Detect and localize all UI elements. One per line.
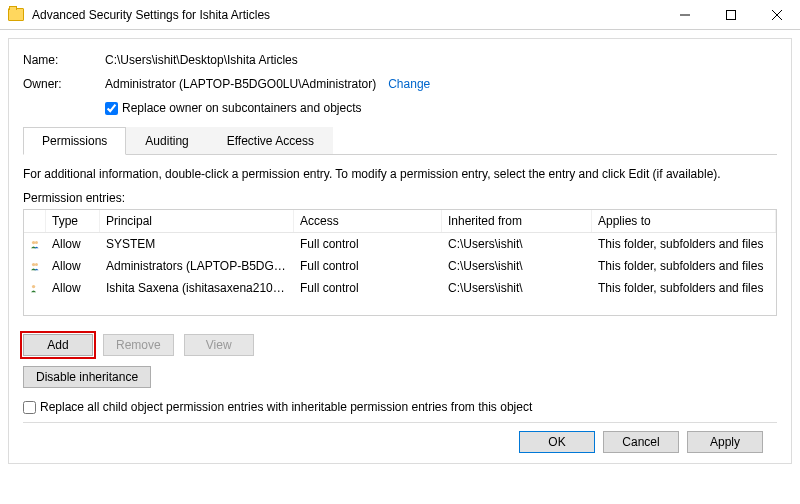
main-panel: Name: C:\Users\ishit\Desktop\Ishita Arti… <box>8 38 792 464</box>
cell-applies: This folder, subfolders and files <box>592 257 776 275</box>
svg-point-6 <box>32 263 35 266</box>
owner-value: Administrator (LAPTOP-B5DGO0LU\Administr… <box>105 77 376 91</box>
folder-icon <box>8 8 24 21</box>
th-access[interactable]: Access <box>294 210 442 232</box>
user-group-icon <box>30 282 40 294</box>
ok-button[interactable]: OK <box>519 431 595 453</box>
svg-point-8 <box>32 285 35 288</box>
maximize-button[interactable] <box>708 0 754 30</box>
th-applies[interactable]: Applies to <box>592 210 776 232</box>
cell-principal: Administrators (LAPTOP-B5DGO... <box>100 257 294 275</box>
entries-label: Permission entries: <box>23 191 777 205</box>
table-row[interactable]: AllowAdministrators (LAPTOP-B5DGO...Full… <box>24 255 776 277</box>
svg-point-4 <box>32 241 35 244</box>
info-text: For additional information, double-click… <box>23 167 777 181</box>
apply-button[interactable]: Apply <box>687 431 763 453</box>
cell-type: Allow <box>46 257 100 275</box>
table-body: AllowSYSTEMFull controlC:\Users\ishit\Th… <box>24 233 776 315</box>
th-icon[interactable] <box>24 210 46 232</box>
cell-principal: Ishita Saxena (ishitasaxena2109... <box>100 279 294 297</box>
cell-inherited: C:\Users\ishit\ <box>442 257 592 275</box>
table-row[interactable]: AllowSYSTEMFull controlC:\Users\ishit\Th… <box>24 233 776 255</box>
cell-type: Allow <box>46 279 100 297</box>
name-value: C:\Users\ishit\Desktop\Ishita Articles <box>105 53 298 67</box>
user-group-icon <box>30 238 40 250</box>
owner-row: Owner: Administrator (LAPTOP-B5DGO0LU\Ad… <box>23 77 777 91</box>
close-button[interactable] <box>754 0 800 30</box>
cell-inherited: C:\Users\ishit\ <box>442 279 592 297</box>
footer: OK Cancel Apply <box>23 422 777 453</box>
titlebar: Advanced Security Settings for Ishita Ar… <box>0 0 800 30</box>
th-inherited[interactable]: Inherited from <box>442 210 592 232</box>
permissions-table: Type Principal Access Inherited from App… <box>23 209 777 316</box>
cell-applies: This folder, subfolders and files <box>592 235 776 253</box>
cell-applies: This folder, subfolders and files <box>592 279 776 297</box>
tab-bar: Permissions Auditing Effective Access <box>23 127 777 155</box>
table-header: Type Principal Access Inherited from App… <box>24 210 776 233</box>
view-button: View <box>184 334 254 356</box>
replace-all-label: Replace all child object permission entr… <box>40 400 532 414</box>
disable-row: Disable inheritance <box>23 366 777 388</box>
change-owner-link[interactable]: Change <box>388 77 430 91</box>
cell-type: Allow <box>46 235 100 253</box>
cancel-button[interactable]: Cancel <box>603 431 679 453</box>
disable-inheritance-button[interactable]: Disable inheritance <box>23 366 151 388</box>
cell-access: Full control <box>294 235 442 253</box>
minimize-button[interactable] <box>662 0 708 30</box>
replace-owner-row: Replace owner on subcontainers and objec… <box>105 101 777 115</box>
svg-point-7 <box>35 263 38 266</box>
replace-owner-checkbox[interactable] <box>105 102 118 115</box>
table-row[interactable]: AllowIshita Saxena (ishitasaxena2109...F… <box>24 277 776 299</box>
svg-point-5 <box>35 241 38 244</box>
tab-auditing[interactable]: Auditing <box>126 127 207 154</box>
name-row: Name: C:\Users\ishit\Desktop\Ishita Arti… <box>23 53 777 67</box>
name-label: Name: <box>23 53 105 67</box>
user-group-icon <box>30 260 40 272</box>
cell-access: Full control <box>294 279 442 297</box>
add-button[interactable]: Add <box>23 334 93 356</box>
owner-label: Owner: <box>23 77 105 91</box>
replace-all-checkbox[interactable] <box>23 401 36 414</box>
remove-button: Remove <box>103 334 174 356</box>
tab-permissions[interactable]: Permissions <box>23 127 126 155</box>
window-title: Advanced Security Settings for Ishita Ar… <box>32 8 662 22</box>
cell-access: Full control <box>294 257 442 275</box>
th-type[interactable]: Type <box>46 210 100 232</box>
cell-inherited: C:\Users\ishit\ <box>442 235 592 253</box>
replace-all-row: Replace all child object permission entr… <box>23 400 777 414</box>
replace-owner-label: Replace owner on subcontainers and objec… <box>122 101 361 115</box>
th-principal[interactable]: Principal <box>100 210 294 232</box>
action-row: Add Remove View <box>23 334 777 356</box>
cell-principal: SYSTEM <box>100 235 294 253</box>
svg-rect-1 <box>727 10 736 19</box>
tab-effective-access[interactable]: Effective Access <box>208 127 333 154</box>
